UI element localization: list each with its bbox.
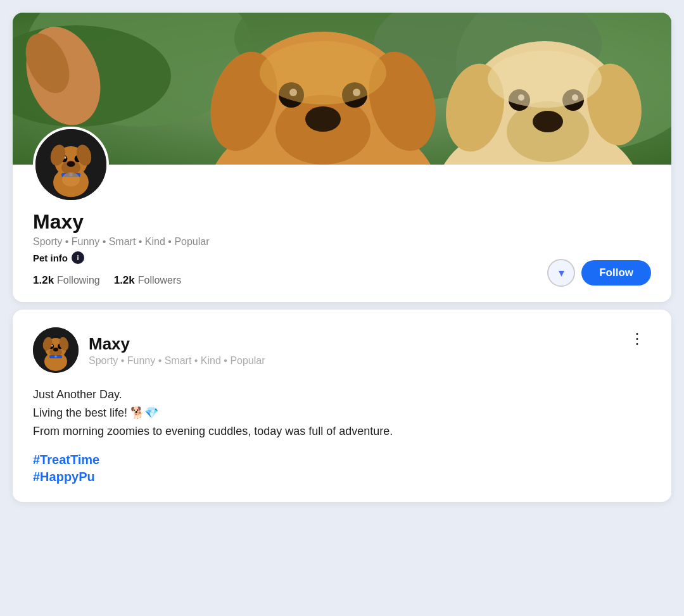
profile-tags: Sporty • Funny • Smart • Kind • Popular bbox=[33, 236, 651, 248]
post-user-name: Maxy bbox=[89, 334, 265, 354]
profile-info-area: Maxy Sporty • Funny • Smart • Kind • Pop… bbox=[13, 165, 671, 302]
page-wrapper: Maxy Sporty • Funny • Smart • Kind • Pop… bbox=[13, 13, 671, 502]
follow-button[interactable]: Follow bbox=[581, 260, 651, 286]
post-line3: From morning zoomies to evening cuddles,… bbox=[33, 422, 651, 441]
post-user-info: Maxy Sporty • Funny • Smart • Kind • Pop… bbox=[33, 327, 265, 373]
more-options-icon[interactable]: ⋮ bbox=[624, 327, 651, 350]
post-line1: Just Another Day. bbox=[33, 386, 651, 404]
cover-photo bbox=[13, 13, 671, 165]
profile-avatar bbox=[33, 127, 109, 203]
pet-info-label: Pet info bbox=[33, 253, 68, 263]
action-buttons: ▾ Follow bbox=[547, 259, 651, 287]
svg-point-43 bbox=[62, 172, 80, 186]
followers-label: Followers bbox=[138, 275, 181, 286]
profile-card: Maxy Sporty • Funny • Smart • Kind • Pop… bbox=[13, 13, 671, 302]
svg-point-48 bbox=[53, 348, 58, 351]
followers-stat: 1.2k Followers bbox=[114, 274, 182, 287]
info-icon[interactable]: i bbox=[72, 251, 84, 264]
post-header: Maxy Sporty • Funny • Smart • Kind • Pop… bbox=[33, 327, 651, 373]
svg-point-22 bbox=[533, 111, 563, 132]
dropdown-button[interactable]: ▾ bbox=[547, 259, 575, 287]
svg-point-29 bbox=[488, 51, 602, 108]
followers-count: 1.2k bbox=[114, 274, 135, 287]
following-label: Following bbox=[57, 275, 100, 286]
post-content: Just Another Day. Living the best life! … bbox=[33, 386, 651, 440]
svg-point-34 bbox=[66, 161, 75, 167]
profile-name: Maxy bbox=[33, 210, 651, 234]
following-stat: 1.2k Following bbox=[33, 274, 100, 287]
post-user-tags: Sporty • Funny • Smart • Kind • Popular bbox=[89, 355, 265, 367]
post-user-text: Maxy Sporty • Funny • Smart • Kind • Pop… bbox=[89, 334, 265, 367]
post-hashtags: #TreatTime #HappyPu bbox=[33, 453, 651, 484]
post-avatar bbox=[33, 327, 79, 373]
svg-point-11 bbox=[305, 106, 341, 132]
svg-point-56 bbox=[54, 355, 57, 358]
post-line2: Living the best life! 🐕💎 bbox=[33, 404, 651, 422]
svg-point-18 bbox=[260, 41, 386, 104]
avatar-container bbox=[33, 127, 109, 203]
hashtag-2[interactable]: #HappyPu bbox=[33, 470, 651, 484]
following-count: 1.2k bbox=[33, 274, 54, 287]
hashtag-1[interactable]: #TreatTime bbox=[33, 453, 651, 467]
post-card: Maxy Sporty • Funny • Smart • Kind • Pop… bbox=[13, 310, 671, 502]
